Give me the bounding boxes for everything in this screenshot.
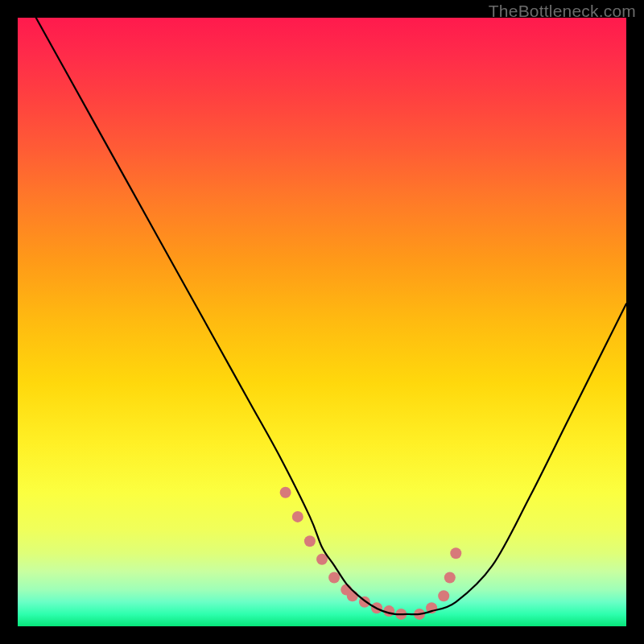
marker-dot [304, 535, 316, 547]
marker-dots [280, 487, 462, 620]
marker-dot [328, 572, 340, 584]
marker-dot [444, 572, 456, 584]
marker-dot [347, 590, 358, 601]
marker-dot [280, 487, 291, 498]
chart-frame: TheBottleneck.com [0, 0, 644, 644]
bottleneck-curve-line [36, 18, 626, 614]
marker-dot [292, 511, 303, 522]
bottleneck-curve-svg [18, 18, 626, 626]
marker-dot [450, 547, 461, 559]
plot-area [18, 18, 626, 626]
marker-dot [438, 590, 449, 601]
attribution-label: TheBottleneck.com [489, 2, 636, 21]
